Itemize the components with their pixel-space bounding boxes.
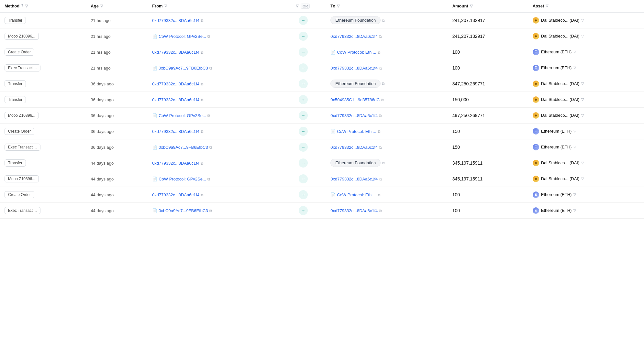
asset-row-filter-icon[interactable]: ▽: [581, 82, 584, 86]
method-badge[interactable]: Create Order: [5, 191, 34, 198]
to-copy-icon[interactable]: ⧉: [379, 66, 382, 71]
from-address[interactable]: CoW Protocol: GPv2Se...: [159, 177, 206, 181]
from-address[interactable]: 0xd779332c...8DAa6c1f4: [152, 18, 199, 23]
to-copy-icon[interactable]: ⧉: [382, 82, 385, 86]
to-filter-icon[interactable]: ▽: [337, 4, 339, 8]
method-badge[interactable]: Create Order: [5, 49, 34, 56]
from-copy-icon[interactable]: ⧉: [209, 209, 212, 213]
arrow-button[interactable]: →: [299, 206, 308, 215]
age-filter-icon[interactable]: ▽: [100, 4, 103, 8]
asset-row-filter-icon[interactable]: ▽: [581, 113, 584, 117]
from-address[interactable]: 0xd779332c...8DAa6c1f4: [152, 82, 199, 86]
from-address[interactable]: 0xd779332c...8DAa6c1f4: [152, 50, 199, 55]
arrow-button[interactable]: →: [299, 143, 308, 152]
from-copy-icon[interactable]: ⧉: [201, 129, 204, 134]
arrow-button[interactable]: →: [299, 48, 308, 57]
to-copy-icon[interactable]: ⧉: [379, 177, 382, 181]
to-address[interactable]: 0x504985C1...9d35786dC: [330, 97, 380, 102]
method-filter-icon[interactable]: ▽: [25, 4, 28, 8]
from-copy-icon[interactable]: ⧉: [207, 177, 210, 181]
from-address[interactable]: 0xd779332c...8DAa6c1f4: [152, 192, 199, 197]
method-badge[interactable]: Transfer: [5, 17, 26, 24]
arrow-button[interactable]: →: [299, 190, 308, 199]
from-copy-icon[interactable]: ⧉: [207, 114, 210, 118]
arrow-button[interactable]: →: [299, 111, 308, 120]
age-cell: 44 days ago: [86, 187, 148, 202]
from-address[interactable]: CoW Protocol: GPv2Se...: [159, 34, 206, 39]
asset-row-filter-icon[interactable]: ▽: [573, 129, 576, 133]
to-copy-icon[interactable]: ⧉: [379, 145, 382, 150]
from-address[interactable]: 0xd779332c...8DAa6c1f4: [152, 97, 199, 102]
method-badge[interactable]: Mooo Z1089​6...: [5, 112, 39, 119]
to-copy-icon[interactable]: ⧉: [379, 34, 382, 39]
method-badge[interactable]: Transfer: [5, 80, 26, 87]
from-copy-icon[interactable]: ⧉: [201, 82, 204, 86]
to-address[interactable]: CoW Protocol: Eth ...: [337, 129, 376, 134]
to-address[interactable]: 0xd779332c...8DAa6c1f4: [330, 66, 378, 71]
to-address[interactable]: 0xd779332c...8DAa6c1f4: [330, 177, 378, 181]
from-copy-icon[interactable]: ⧉: [209, 145, 212, 150]
from-copy-icon[interactable]: ⧉: [201, 18, 204, 23]
foundation-badge[interactable]: Ethereum Foundation: [330, 16, 381, 24]
from-filter-icon[interactable]: ▽: [164, 4, 167, 8]
method-badge[interactable]: Exec Transacti...: [5, 64, 40, 71]
or-filter-icon[interactable]: ▽: [296, 4, 298, 8]
from-copy-icon[interactable]: ⧉: [209, 66, 212, 71]
asset-row-filter-icon[interactable]: ▽: [581, 18, 584, 22]
help-icon[interactable]: ?: [21, 4, 23, 8]
asset-row-filter-icon[interactable]: ▽: [581, 97, 584, 102]
from-copy-icon[interactable]: ⧉: [201, 98, 204, 102]
method-badge[interactable]: Transfer: [5, 159, 26, 167]
foundation-badge[interactable]: Ethereum Foundation: [330, 80, 381, 88]
arrow-button[interactable]: →: [299, 95, 308, 104]
to-copy-icon[interactable]: ⧉: [381, 98, 384, 102]
from-copy-icon[interactable]: ⧉: [201, 193, 204, 197]
from-address[interactable]: 0xd779332c...8DAa6c1f4: [152, 129, 199, 134]
asset-row-filter-icon[interactable]: ▽: [573, 145, 576, 149]
asset-row-filter-icon[interactable]: ▽: [573, 192, 576, 197]
to-address[interactable]: 0xd779332c...8DAa6c1f4: [330, 113, 378, 118]
to-address[interactable]: 0xd779332c...8DAa6c1f4: [330, 145, 378, 150]
arrow-button[interactable]: →: [299, 174, 308, 183]
method-badge[interactable]: Transfer: [5, 96, 26, 103]
from-address[interactable]: 0xd779332c...8DAa6c1f4: [152, 161, 199, 166]
asset-row-filter-icon[interactable]: ▽: [573, 208, 576, 212]
arrow-button[interactable]: →: [299, 127, 308, 136]
method-badge[interactable]: Exec Transacti...: [5, 144, 40, 151]
to-copy-icon[interactable]: ⧉: [378, 50, 381, 55]
to-copy-icon[interactable]: ⧉: [382, 161, 385, 165]
from-copy-icon[interactable]: ⧉: [207, 34, 210, 39]
to-address[interactable]: 0xd779332c...8DAa6c1f4: [330, 34, 378, 39]
method-badge[interactable]: Exec Transacti...: [5, 207, 40, 214]
from-address[interactable]: CoW Protocol: GPv2Se...: [159, 113, 206, 118]
from-address[interactable]: 0xbC9a9Ac7...9FB6EfbC3: [159, 66, 208, 71]
to-copy-icon[interactable]: ⧉: [379, 209, 382, 213]
arrow-button[interactable]: →: [299, 63, 308, 72]
to-address[interactable]: CoW Protocol: Eth ...: [337, 192, 376, 197]
asset-row-filter-icon[interactable]: ▽: [581, 161, 584, 165]
from-copy-icon[interactable]: ⧉: [201, 50, 204, 55]
asset-row-filter-icon[interactable]: ▽: [573, 50, 576, 54]
asset-filter-icon[interactable]: ▽: [546, 4, 548, 8]
asset-row-filter-icon[interactable]: ▽: [581, 177, 584, 181]
method-badge[interactable]: Mooo Z1089​6...: [5, 33, 39, 40]
from-address[interactable]: 0xbC9a9Ac7...9FB6EfbC3: [159, 208, 208, 213]
to-copy-icon[interactable]: ⧉: [378, 193, 381, 197]
from-copy-icon[interactable]: ⧉: [201, 161, 204, 166]
foundation-badge[interactable]: Ethereum Foundation: [330, 159, 381, 167]
from-address[interactable]: 0xbC9a9Ac7...9FB6EfbC3: [159, 145, 208, 150]
to-copy-icon[interactable]: ⧉: [378, 129, 381, 134]
arrow-button[interactable]: →: [299, 158, 308, 168]
arrow-button[interactable]: →: [299, 79, 308, 88]
arrow-button[interactable]: →: [299, 16, 308, 25]
to-copy-icon[interactable]: ⧉: [379, 114, 382, 118]
method-badge[interactable]: Create Order: [5, 128, 34, 135]
to-address[interactable]: CoW Protocol: Eth ...: [337, 50, 376, 55]
amount-filter-icon[interactable]: ▽: [470, 4, 472, 8]
asset-row-filter-icon[interactable]: ▽: [573, 66, 576, 70]
to-copy-icon[interactable]: ⧉: [382, 18, 385, 23]
arrow-button[interactable]: →: [299, 32, 308, 41]
asset-row-filter-icon[interactable]: ▽: [581, 34, 584, 38]
method-badge[interactable]: Mooo Z1089​6...: [5, 175, 39, 182]
to-address[interactable]: 0xd779332c...8DAa6c1f4: [330, 208, 378, 213]
